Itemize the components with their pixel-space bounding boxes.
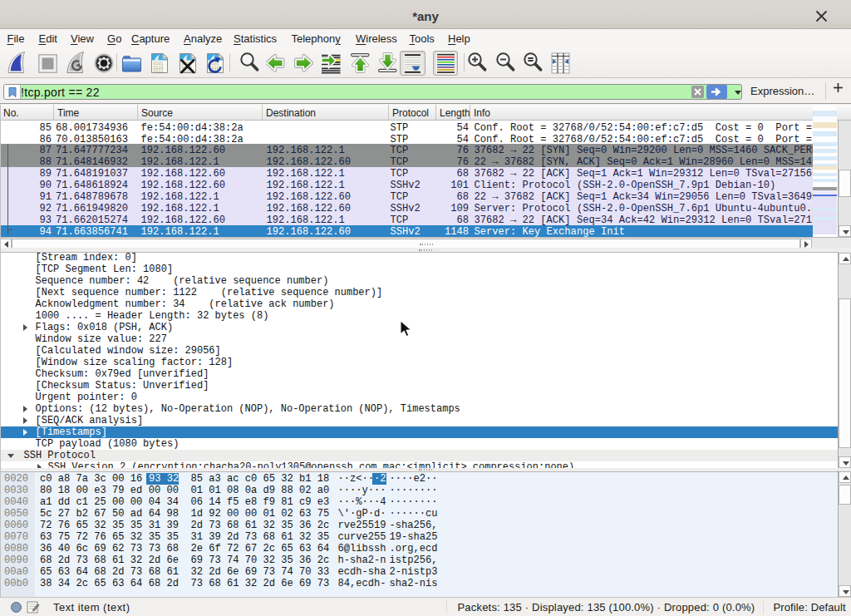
svg-text:0111: 0111 bbox=[154, 69, 164, 74]
